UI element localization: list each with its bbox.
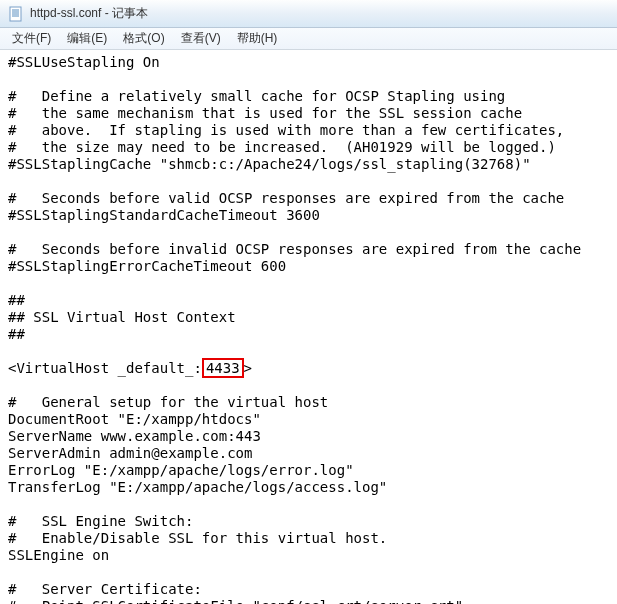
text-line: > bbox=[244, 360, 252, 376]
text-line: #SSLUseStapling On bbox=[8, 54, 160, 70]
text-line: # Point SSLCertificateFile "conf/ssl.crt… bbox=[8, 598, 463, 604]
menu-format[interactable]: 格式(O) bbox=[115, 28, 172, 49]
text-line: # the same mechanism that is used for th… bbox=[8, 105, 522, 121]
text-line: # Enable/Disable SSL for this virtual ho… bbox=[8, 530, 387, 546]
text-line: ErrorLog "E:/xampp/apache/logs/error.log… bbox=[8, 462, 354, 478]
text-line: ## bbox=[8, 292, 25, 308]
text-line: #SSLStaplingStandardCacheTimeout 3600 bbox=[8, 207, 320, 223]
text-line: #SSLStaplingErrorCacheTimeout 600 bbox=[8, 258, 286, 274]
title-bar: httpd-ssl.conf - 记事本 bbox=[0, 0, 617, 28]
text-line: # the size may need to be increased. (AH… bbox=[8, 139, 556, 155]
menu-file[interactable]: 文件(F) bbox=[4, 28, 59, 49]
menu-help[interactable]: 帮助(H) bbox=[229, 28, 286, 49]
menu-bar: 文件(F) 编辑(E) 格式(O) 查看(V) 帮助(H) bbox=[0, 28, 617, 50]
text-line: # Define a relatively small cache for OC… bbox=[8, 88, 505, 104]
text-line: <VirtualHost _default_: bbox=[8, 360, 202, 376]
notepad-icon bbox=[8, 6, 24, 22]
text-line: # Seconds before invalid OCSP responses … bbox=[8, 241, 581, 257]
text-line: # Server Certificate: bbox=[8, 581, 202, 597]
text-line: # General setup for the virtual host bbox=[8, 394, 328, 410]
text-line: ServerName www.example.com:443 bbox=[8, 428, 261, 444]
menu-view[interactable]: 查看(V) bbox=[173, 28, 229, 49]
text-line: # Seconds before valid OCSP responses ar… bbox=[8, 190, 564, 206]
text-line: TransferLog "E:/xampp/apache/logs/access… bbox=[8, 479, 387, 495]
text-line: ## SSL Virtual Host Context bbox=[8, 309, 236, 325]
highlight-port: 4433 bbox=[202, 358, 244, 378]
text-content[interactable]: #SSLUseStapling On # Define a relatively… bbox=[0, 50, 617, 604]
text-line: # SSL Engine Switch: bbox=[8, 513, 193, 529]
text-line: # above. If stapling is used with more t… bbox=[8, 122, 564, 138]
menu-edit[interactable]: 编辑(E) bbox=[59, 28, 115, 49]
text-line: ## bbox=[8, 326, 25, 342]
window-title: httpd-ssl.conf - 记事本 bbox=[30, 5, 148, 22]
text-line: DocumentRoot "E:/xampp/htdocs" bbox=[8, 411, 261, 427]
text-line: #SSLStaplingCache "shmcb:c:/Apache24/log… bbox=[8, 156, 531, 172]
text-line: ServerAdmin admin@example.com bbox=[8, 445, 252, 461]
text-line: SSLEngine on bbox=[8, 547, 109, 563]
